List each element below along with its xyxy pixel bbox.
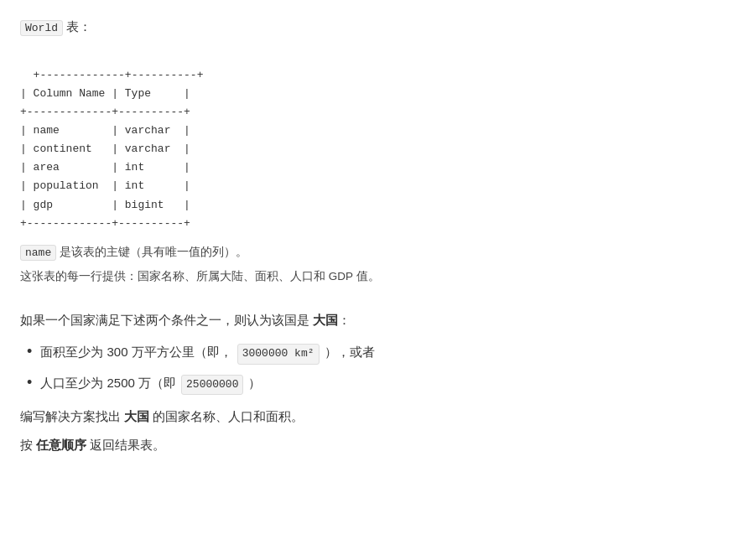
- table-separator-mid: +-------------+----------+: [20, 106, 190, 118]
- bullet2-pre: 人口至少为 2500 万（即: [40, 373, 176, 393]
- table-header: | Column Name | Type |: [20, 87, 190, 100]
- table-row-continent: | continent | varchar |: [20, 143, 190, 155]
- name-code: name: [20, 245, 56, 261]
- task-bold: 大国: [124, 409, 149, 423]
- table-separator-bot: +-------------+----------+: [20, 217, 190, 230]
- bullet-item-area: • 面积至少为 300 万平方公里（即， 3000000 km² ），或者: [27, 342, 723, 365]
- intro-line: World 表：: [20, 17, 723, 38]
- order-description: 按 任意顺序 返回结果表。: [20, 435, 723, 455]
- bullet2-post: ）: [248, 373, 261, 393]
- table-row-population: | population | int |: [20, 179, 190, 192]
- bullet1-pre: 面积至少为 300 万平方公里（即，: [40, 342, 231, 362]
- bullet-dot-1: •: [27, 344, 32, 359]
- table-row-area: | area | int |: [20, 161, 190, 174]
- big-country-section: 如果一个国家满足下述两个条件之一，则认为该国是 大国： • 面积至少为 300 …: [20, 310, 723, 456]
- bullet-item-population: • 人口至少为 2500 万（即 25000000 ）: [27, 373, 723, 396]
- table-name-code: World: [20, 20, 63, 36]
- order-bold: 任意顺序: [36, 438, 86, 452]
- table-row-gdp: | gdp | bigint |: [20, 199, 190, 211]
- note-primary-key: name 是该表的主键（具有唯一值的列）。: [20, 243, 723, 262]
- bullet-dot-2: •: [27, 375, 32, 390]
- task-description: 编写解决方案找出 大国 的国家名称、人口和面积。: [20, 407, 723, 427]
- table-separator-top: +-------------+----------+: [34, 69, 204, 81]
- bullet1-post: ），或者: [325, 342, 375, 362]
- table-row-name: | name | varchar |: [20, 124, 190, 137]
- area-threshold-code: 3000000 km²: [237, 344, 320, 365]
- condition-intro: 如果一个国家满足下述两个条件之一，则认为该国是 大国：: [20, 310, 723, 330]
- schema-table: +-------------+----------+ | Column Name…: [20, 48, 723, 233]
- population-threshold-code: 25000000: [181, 375, 243, 396]
- note-row-description: 这张表的每一行提供：国家名称、所属大陆、面积、人口和 GDP 值。: [20, 267, 723, 287]
- big-country-label: 大国: [313, 313, 338, 327]
